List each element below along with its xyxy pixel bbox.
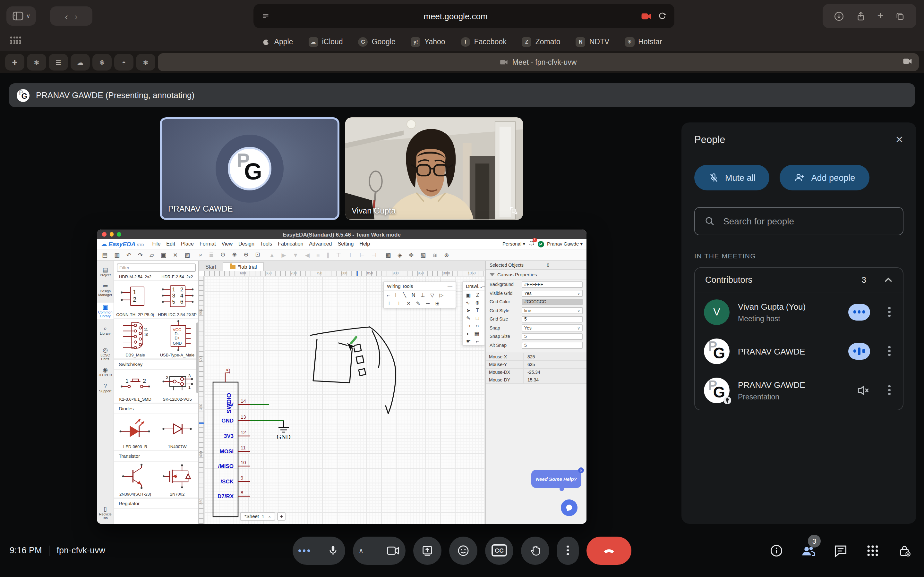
grid-style-select[interactable]: line∨ <box>522 307 583 314</box>
forward-button[interactable]: › <box>74 11 78 21</box>
rail-design-manager[interactable]: ≔Design Manager <box>97 283 113 297</box>
rail-project[interactable]: ▤Project <box>100 267 111 277</box>
alt-snap-input[interactable]: 5 <box>522 342 583 348</box>
minimize-icon[interactable]: — <box>447 284 452 289</box>
downloads-icon[interactable] <box>833 11 844 21</box>
reader-icon[interactable] <box>261 11 270 21</box>
component-name[interactable]: LED-0603_R <box>114 443 156 450</box>
video-tile-vivan[interactable]: Vivan Gupta <box>345 117 523 220</box>
rail-recycle-bin[interactable]: ▯Recycle Bin <box>97 506 113 520</box>
close-panel-icon[interactable]: ✕ <box>895 134 903 145</box>
toolbar-zoom-icons[interactable]: ⌕ ≣ ⊙ ⊕ ⊖ ⊡ <box>199 251 263 258</box>
sidebar-toggle-button[interactable]: ∨ <box>6 6 36 26</box>
component-symbol-led[interactable] <box>114 414 156 443</box>
toolbar-misc-icons[interactable]: ▩ ◈ ✜ ▧ ≋ ⊛ <box>385 251 451 258</box>
menu-tools[interactable]: Tools <box>260 241 272 247</box>
video-options-icon[interactable]: ∧ <box>359 547 363 554</box>
search-people-input[interactable] <box>723 216 894 226</box>
tab-start[interactable]: Start <box>199 263 223 271</box>
more-options-icon[interactable] <box>885 385 894 395</box>
menu-place[interactable]: Place <box>181 241 194 247</box>
add-people-button[interactable]: Add people <box>780 165 869 190</box>
host-controls-button[interactable] <box>897 543 913 558</box>
component-symbol-hdr2[interactable]: 12 <box>114 281 156 311</box>
snap-select[interactable]: Yes∨ <box>522 324 583 331</box>
bookmark-yahoo[interactable]: y!Yahoo <box>411 37 445 47</box>
drawing-tools-row[interactable]: ∿ ⊕ <box>463 299 485 306</box>
component-name[interactable]: HDR-IDC-2.54-2X3P <box>156 311 198 318</box>
search-people-box[interactable] <box>694 207 903 235</box>
drawing-tools-row[interactable]: ◖ ▦ <box>463 330 485 337</box>
menu-advanced[interactable]: Advanced <box>309 241 332 247</box>
user-avatar[interactable]: P <box>537 241 544 247</box>
component-symbol-mosfet[interactable] <box>156 462 198 490</box>
rail-support[interactable]: ?Support <box>99 383 111 393</box>
bookmark-google[interactable]: GGoogle <box>359 37 396 47</box>
drawing-tools-row[interactable]: ⊃ ○ <box>463 322 485 330</box>
present-button[interactable] <box>413 536 441 564</box>
pinned-tab-5[interactable]: ❃ <box>92 54 111 71</box>
activities-button[interactable] <box>865 543 880 558</box>
toolbar-file-icons[interactable]: ▤ ▥ ↶ ↷ ▱ ▣ ✕ ▨ <box>102 251 192 258</box>
bookmark-hotstar[interactable]: ✳Hotstar <box>625 37 662 47</box>
component-symbol-slide-switch[interactable]: 231 <box>156 370 198 396</box>
more-options-icon[interactable] <box>885 307 894 316</box>
chat-button[interactable] <box>833 543 848 558</box>
menu-help[interactable]: Help <box>359 241 370 247</box>
rail-library[interactable]: ⌕Library <box>100 325 111 335</box>
canvas-properties-header[interactable]: Canvas Properties <box>486 270 586 280</box>
sheet-1-tab[interactable]: *Sheet_1∧ <box>240 512 276 521</box>
share-icon[interactable] <box>855 11 866 21</box>
bookmark-ndtv[interactable]: NNDTV <box>576 37 610 47</box>
section-transistor[interactable]: Transistor <box>114 451 198 462</box>
bookmark-facebook[interactable]: fFacebook <box>461 37 507 47</box>
wiring-tools-row2[interactable]: ⊥ ⊥ ✕ ✎ ⊸ ⊞ <box>384 300 456 308</box>
participant-row-presentation[interactable]: PG PRANAV GAWDEPresentation <box>695 371 903 410</box>
support-chat-button[interactable] <box>561 500 577 516</box>
snap-size-input[interactable]: 5 <box>522 333 583 340</box>
more-options-button[interactable] <box>557 536 579 564</box>
drawing-tools-row[interactable]: ➤ T <box>463 306 485 314</box>
rail-jlcpcb[interactable]: ◉JLCPCB <box>99 367 112 377</box>
visible-grid-select[interactable]: Yes∨ <box>522 290 583 297</box>
component-name[interactable]: USB-Type-A_Male <box>156 351 198 358</box>
pinned-tab-3[interactable]: ☰ <box>49 54 68 71</box>
easyeda-toolbar[interactable]: ▤ ▥ ↶ ↷ ▱ ▣ ✕ ▨ ⌕ ≣ ⊙ ⊕ ⊖ ⊡ ▲ ▶ ▼ ◀ ≡ ∥ … <box>97 250 586 261</box>
back-button[interactable]: ‹ <box>65 11 68 21</box>
audio-options-icon[interactable] <box>298 549 310 552</box>
pinned-tab-1[interactable]: ✚ <box>5 54 24 71</box>
menu-setting[interactable]: Setting <box>338 241 354 247</box>
contributors-header[interactable]: Contributors 3 <box>695 268 903 292</box>
people-button[interactable]: 3 <box>801 543 816 558</box>
reload-icon[interactable] <box>658 11 667 21</box>
participant-row-vivan[interactable]: V Vivan Gupta (You)Meeting host <box>695 292 903 332</box>
user-menu[interactable]: Pranav Gawde ▾ <box>547 241 583 247</box>
notifications-bell[interactable]: 3 <box>528 240 534 248</box>
rail-common-library[interactable]: ▣Common Library <box>97 303 113 319</box>
menu-fabrication[interactable]: Fabrication <box>278 241 303 247</box>
section-diodes[interactable]: Diodes <box>114 403 198 414</box>
close-help-icon[interactable]: ✕ <box>578 467 584 473</box>
component-name[interactable]: DB9_Male <box>114 351 156 358</box>
mute-all-button[interactable]: Mute all <box>694 165 770 190</box>
section-switch-key[interactable]: Switch/Key <box>114 359 198 370</box>
bookmark-icloud[interactable]: ☁iCloud <box>309 37 342 47</box>
pinned-tab-2[interactable]: ❃ <box>27 54 46 71</box>
add-sheet-button[interactable]: + <box>278 512 286 521</box>
library-scrollbar[interactable] <box>196 322 198 393</box>
camera-button[interactable]: ∧ <box>353 536 405 564</box>
raise-hand-button[interactable] <box>521 536 549 564</box>
bookmark-zomato[interactable]: ZZomato <box>522 37 561 47</box>
pinned-tab-6[interactable]: ◓ <box>114 54 134 71</box>
end-call-button[interactable] <box>586 536 632 564</box>
video-tile-pranav[interactable]: PG PRANAV GAWDE <box>160 117 339 220</box>
component-symbol-usb[interactable]: VCCD-D+GND <box>156 319 198 351</box>
section-regulator[interactable]: Regulator <box>114 498 198 509</box>
background-input[interactable]: #FFFFFF <box>522 281 583 288</box>
pinned-tab-7[interactable]: ❃ <box>136 54 155 71</box>
component-name[interactable]: 1N4007W <box>156 443 198 450</box>
help-bubble[interactable]: Need Some Help?✕ <box>531 470 582 488</box>
grid-color-input[interactable]: #CCCCCC <box>522 298 583 305</box>
component-name[interactable]: SK-12D02-VG5 <box>156 396 198 403</box>
menu-format[interactable]: Format <box>200 241 216 247</box>
